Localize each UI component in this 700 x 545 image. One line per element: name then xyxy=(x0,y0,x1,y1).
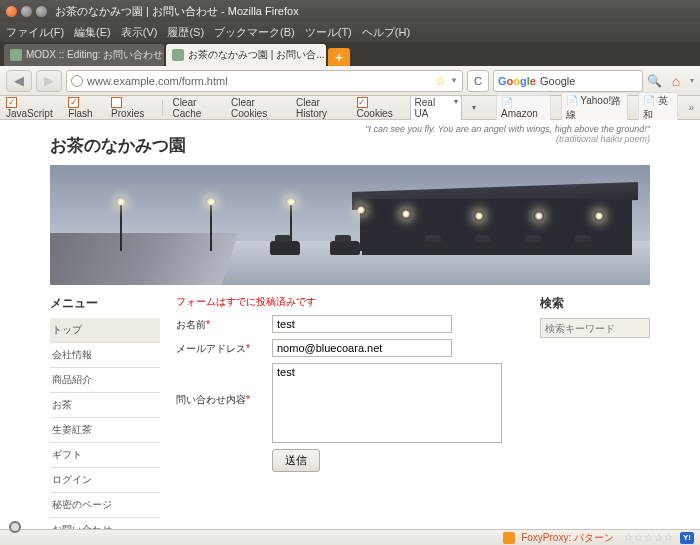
clear-cache-button[interactable]: Clear Cache xyxy=(172,97,221,119)
globe-icon xyxy=(71,75,83,87)
menu-history[interactable]: 履歴(S) xyxy=(167,25,204,40)
caret-down-icon[interactable]: ▾ xyxy=(690,76,694,85)
hero-image xyxy=(50,165,650,285)
body-textarea[interactable]: test xyxy=(272,363,502,443)
search-heading: 検索 xyxy=(540,295,650,312)
sidebar-item-login[interactable]: ログイン xyxy=(50,468,160,493)
sidebar-item-top[interactable]: トップ xyxy=(50,318,160,343)
back-button[interactable]: ◀ xyxy=(6,70,32,92)
sidebar-heading: メニュー xyxy=(50,295,160,312)
menu-help[interactable]: ヘルプ(H) xyxy=(362,25,410,40)
chevron-right-icon[interactable]: » xyxy=(688,102,694,113)
sidebar-item-products[interactable]: 商品紹介 xyxy=(50,368,160,393)
name-label: お名前* xyxy=(176,315,264,332)
sidebar-item-contact[interactable]: お問い合わせ xyxy=(50,518,160,529)
bookmark-amazon[interactable]: 📄 Amazon xyxy=(496,95,551,121)
new-tab-button[interactable]: + xyxy=(328,48,350,66)
js-toggle[interactable]: JavaScript xyxy=(6,96,58,119)
menu-tools[interactable]: ツール(T) xyxy=(305,25,352,40)
clear-cookies-button[interactable]: Clear Cookies xyxy=(231,97,286,119)
search-input[interactable]: Google Google xyxy=(493,70,643,92)
name-input[interactable] xyxy=(272,315,452,333)
bookmark-eiwa[interactable]: 📄 英和 xyxy=(638,92,678,124)
sidebar-item-gift[interactable]: ギフト xyxy=(50,443,160,468)
noscript-stars-icon: ☆☆☆☆☆ xyxy=(624,532,674,543)
body-label: 問い合わせ内容* xyxy=(176,363,264,407)
window-minimize-icon[interactable] xyxy=(21,6,32,17)
flash-toggle[interactable]: Flash xyxy=(68,96,101,119)
foxyproxy-status[interactable]: FoxyProxy: パターン xyxy=(521,531,614,545)
tab-modx[interactable]: MODX :: Editing: お問い合わせ× xyxy=(4,44,164,66)
tab-contact[interactable]: お茶のなかみつ園 | お問い合...× xyxy=(166,44,326,66)
user-agent-select[interactable]: Real UA xyxy=(410,95,463,121)
dropdown-icon[interactable]: ▾ xyxy=(472,103,476,112)
menu-edit[interactable]: 編集(E) xyxy=(74,25,111,40)
site-favicon-icon xyxy=(10,49,22,61)
bookmark-yahoo-transit[interactable]: 📄 Yahoo!路線 xyxy=(561,92,628,124)
header-quote: "I can see you fly. You are an angel wit… xyxy=(365,124,650,144)
forward-button[interactable]: ▶ xyxy=(36,70,62,92)
sidebar-item-ginger-tea[interactable]: 生姜紅茶 xyxy=(50,418,160,443)
email-label: メールアドレス* xyxy=(176,339,264,356)
site-favicon-icon xyxy=(172,49,184,61)
bookmark-star-icon[interactable]: ☆ xyxy=(435,74,446,88)
window-title: お茶のなかみつ園 | お問い合わせ - Mozilla Firefox xyxy=(55,4,299,19)
menu-file[interactable]: ファイル(F) xyxy=(6,25,64,40)
menu-bar: ファイル(F) 編集(E) 表示(V) 履歴(S) ブックマーク(B) ツール(… xyxy=(0,22,700,42)
google-icon: Google xyxy=(498,75,536,87)
menu-bookmarks[interactable]: ブックマーク(B) xyxy=(214,25,295,40)
proxies-toggle[interactable]: Proxies xyxy=(111,96,152,119)
email-input[interactable] xyxy=(272,339,452,357)
reload-button[interactable]: C xyxy=(467,70,489,92)
magnifier-icon[interactable]: 🔍 xyxy=(647,74,662,88)
status-indicator-icon xyxy=(9,521,21,533)
cookies-toggle[interactable]: Cookies xyxy=(357,96,400,119)
sidebar-item-tea[interactable]: お茶 xyxy=(50,393,160,418)
site-search-input[interactable] xyxy=(540,318,650,338)
sidebar-item-secret[interactable]: 秘密のページ xyxy=(50,493,160,518)
sidebar-item-company[interactable]: 会社情報 xyxy=(50,343,160,368)
window-close-icon[interactable] xyxy=(6,6,17,17)
menu-view[interactable]: 表示(V) xyxy=(121,25,158,40)
url-input[interactable]: www.example.com/form.html ☆ ▼ xyxy=(66,70,463,92)
yslow-icon[interactable]: Y! xyxy=(680,532,694,544)
clear-history-button[interactable]: Clear History xyxy=(296,97,347,119)
submit-button[interactable]: 送信 xyxy=(272,449,320,472)
form-status-message: フォームはすでに投稿済みです xyxy=(176,295,524,309)
window-maximize-icon[interactable] xyxy=(36,6,47,17)
home-icon[interactable]: ⌂ xyxy=(666,71,686,91)
foxyproxy-icon[interactable] xyxy=(503,532,515,544)
dropdown-icon[interactable]: ▼ xyxy=(450,76,458,85)
